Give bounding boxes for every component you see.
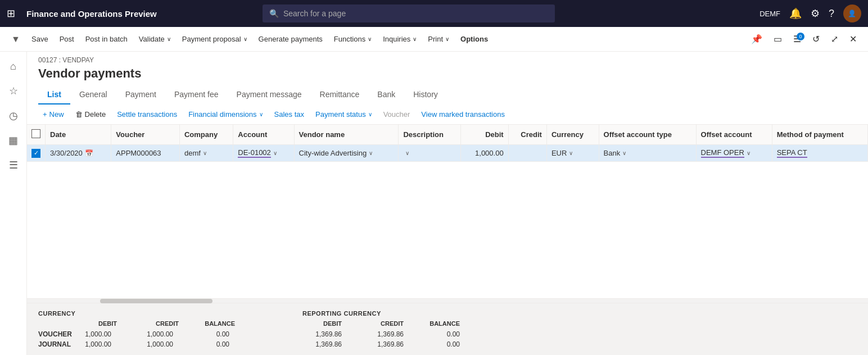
row-offset-account: DEMF OPER ∨ [696,145,772,162]
payment-proposal-button[interactable]: Payment proposal ∨ [178,33,252,45]
horizontal-scrollbar[interactable] [27,298,868,303]
description-dropdown-arrow[interactable]: ∨ [405,150,409,156]
pin-icon[interactable]: 📌 [747,31,767,47]
financial-dimensions-chevron: ∨ [259,111,263,117]
expand-icon[interactable]: ⤢ [826,31,843,47]
financial-dimensions-button[interactable]: Financial dimensions ∨ [184,108,267,121]
row-vendor-name: City-wide Advertising ∨ [294,145,399,162]
summary-sections: CURRENCY DEBIT CREDIT BALANCE VOUCHER 1,… [38,310,857,348]
rep-journal-credit: 1,369.86 [364,340,404,348]
currency-summary-title: CURRENCY [38,310,235,317]
options-button[interactable]: Options [456,33,492,45]
balance-col-header: BALANCE [201,320,235,327]
user-label: DEMF [760,10,780,18]
tab-payment[interactable]: Payment [116,85,165,104]
sidebar-favorites-icon[interactable]: ☆ [3,81,24,101]
voucher-credit: 1,000.00 [134,330,173,338]
post-button[interactable]: Post [55,33,79,45]
search-bar[interactable]: 🔍 [263,4,555,22]
row-select-cell[interactable]: ✓ [27,145,46,162]
payment-status-chevron: ∨ [368,111,372,117]
sidebar-recent-icon[interactable]: ◷ [3,106,24,126]
col-company: Company [179,125,233,145]
col-voucher: Voucher [111,125,180,145]
currency-summary: CURRENCY DEBIT CREDIT BALANCE VOUCHER 1,… [38,310,235,348]
inquiries-chevron: ∨ [413,36,417,42]
functions-button[interactable]: Functions ∨ [329,33,376,45]
journal-debit: 1,000.00 [72,340,111,348]
tab-general[interactable]: General [70,85,116,104]
offset-type-dropdown-arrow[interactable]: ∨ [622,150,626,156]
journal-balance: 0.00 [196,340,229,348]
tab-payment-fee[interactable]: Payment fee [165,85,228,104]
row-description: ∨ [399,145,461,162]
company-dropdown-arrow[interactable]: ∨ [203,150,207,156]
avatar[interactable]: 👤 [843,4,861,22]
reporting-currency-summary: REPORTING CURRENCY DEBIT CREDIT BALANCE … [302,310,460,348]
rep-journal-debit: 1,369.86 [302,340,342,348]
row-credit [508,145,546,162]
delete-button[interactable]: 🗑 Delete [71,108,111,121]
tab-list[interactable]: List [38,85,70,104]
credit-col-header: CREDIT [139,320,179,327]
rep-balance-col-header: BALANCE [426,320,460,327]
tab-remittance[interactable]: Remittance [311,85,369,104]
row-checkbox[interactable]: ✓ [31,149,40,158]
save-button[interactable]: Save [27,33,53,45]
sidebar-home-icon[interactable]: ⌂ [3,56,24,76]
view-marked-transactions-button[interactable]: View marked transactions [417,108,509,121]
sidebar-workspaces-icon[interactable]: ▦ [3,130,24,151]
payment-status-button[interactable]: Payment status ∨ [311,108,377,121]
panel-icon[interactable]: ▭ [769,31,786,47]
table-header-row: Date Voucher Company Account Vendor name… [27,125,868,145]
sales-tax-button[interactable]: Sales tax [270,108,309,121]
row-currency: EUR ∨ [546,145,599,162]
print-chevron: ∨ [445,36,449,42]
help-icon[interactable]: ? [829,8,834,20]
search-input[interactable] [283,9,548,18]
vendor-name-dropdown-arrow[interactable]: ∨ [369,150,373,156]
currency-dropdown-arrow[interactable]: ∨ [569,150,573,156]
tab-bank[interactable]: Bank [368,85,404,104]
payment-proposal-chevron: ∨ [243,36,247,42]
sidebar-modules-icon[interactable]: ☰ [3,155,24,175]
filter-icon[interactable]: ▼ [7,30,25,48]
account-dropdown-arrow[interactable]: ∨ [273,150,277,156]
waffle-menu-icon[interactable]: ⊞ [7,7,15,20]
tab-payment-message[interactable]: Payment message [228,85,311,104]
print-button[interactable]: Print ∨ [423,33,454,45]
voucher-button[interactable]: Voucher [379,108,415,121]
inquiries-button[interactable]: Inquiries ∨ [378,33,421,45]
post-in-batch-button[interactable]: Post in batch [81,33,132,45]
select-all-checkbox[interactable] [31,129,40,138]
summary-footer: CURRENCY DEBIT CREDIT BALANCE VOUCHER 1,… [27,303,868,355]
plus-icon: + [43,110,47,119]
tab-history[interactable]: History [404,85,447,104]
settings-icon[interactable]: ⚙ [811,7,820,20]
voucher-balance: 0.00 [196,330,229,338]
col-debit: Debit [461,125,509,145]
table-row[interactable]: ✓ 3/30/2020 📅 APPM000063 demf [27,145,868,162]
command-bar: ▼ Save Post Post in batch Validate ∨ Pay… [0,27,868,52]
close-icon[interactable]: ✕ [845,31,861,47]
settle-transactions-button[interactable]: Settle transactions [112,108,182,121]
refresh-icon[interactable]: ↺ [808,31,824,47]
col-select-all[interactable] [27,125,46,145]
new-button[interactable]: + New [38,108,69,121]
col-vendor-name: Vendor name [294,125,399,145]
date-picker-icon[interactable]: 📅 [85,149,93,157]
content-area: 00127 : VENDPAY Vendor payments List Gen… [27,52,868,355]
row-account: DE-01002 ∨ [233,145,294,162]
offset-account-dropdown-arrow[interactable]: ∨ [747,150,751,156]
validate-button[interactable]: Validate ∨ [134,33,175,45]
col-offset-account-type: Offset account type [599,125,696,145]
rep-debit-col-header: DEBIT [302,320,342,327]
rep-voucher-credit: 1,369.86 [364,330,404,338]
notification-icon[interactable]: 🔔 [789,7,802,20]
debit-col-header: DEBIT [78,320,117,327]
col-account: Account [233,125,294,145]
generate-payments-button[interactable]: Generate payments [254,33,327,45]
row-offset-account-type: Bank ∨ [599,145,696,162]
badge-icon[interactable]: 0 ☰ [789,31,806,47]
col-method-of-payment: Method of payment [772,125,867,145]
